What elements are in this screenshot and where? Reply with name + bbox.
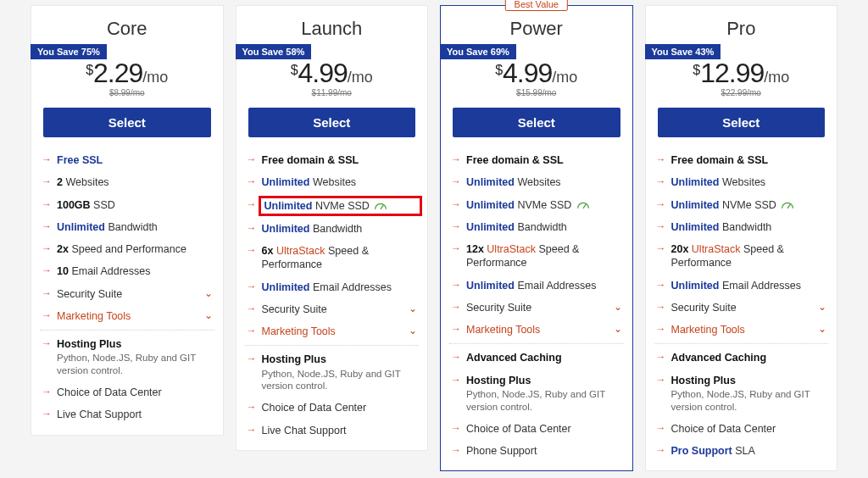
feature-free-domain-ssl: →Free domain & SSL: [451, 149, 626, 171]
svg-line-0: [381, 205, 383, 209]
plan-title: Pro: [646, 6, 837, 43]
arrow-icon: →: [451, 374, 461, 387]
arrow-icon: →: [451, 153, 461, 167]
plan-pro: Pro You Save 43% $12.99/mo $22.99/mo Sel…: [645, 5, 838, 471]
arrow-icon: →: [451, 323, 461, 336]
arrow-icon: →: [451, 220, 461, 234]
feature-datacenter: →Choice of Data Center: [42, 381, 216, 403]
chevron-down-icon: ⌄: [614, 323, 626, 336]
chevron-down-icon: ⌄: [409, 325, 420, 338]
feature-speed: →12x UltraStack Speed & Performance: [451, 238, 626, 275]
arrow-icon: →: [656, 374, 666, 387]
feature-ssd: →100GB SSD: [42, 194, 216, 216]
old-price: $11.99/mo: [236, 88, 428, 97]
price: $12.99/mo: [646, 58, 837, 89]
feature-marketing[interactable]: →Marketing Tools⌄: [42, 305, 216, 327]
plan-title: Launch: [236, 6, 428, 43]
svg-line-1: [583, 204, 586, 208]
arrow-icon: →: [247, 353, 257, 366]
arrow-icon: →: [656, 279, 666, 292]
feature-pro-support: →Pro Support SLA: [656, 440, 831, 462]
price: $4.99/mo: [236, 58, 428, 89]
arrow-icon: →: [656, 323, 666, 336]
feature-speed: →6x UltraStack Speed & Performance: [247, 240, 421, 276]
arrow-icon: →: [656, 301, 666, 314]
old-price: $22.99/mo: [646, 88, 837, 97]
arrow-icon: →: [247, 244, 257, 258]
feature-email: →Unlimited Email Addresses: [656, 275, 831, 297]
feature-security[interactable]: →Security Suite⌄: [451, 297, 626, 319]
feature-websites: →Unlimited Websites: [247, 171, 421, 193]
plan-title: Power: [441, 6, 632, 43]
feature-marketing[interactable]: →Marketing Tools⌄: [247, 320, 421, 342]
arrow-icon: →: [451, 351, 461, 364]
feature-websites: →2 Websites: [42, 171, 216, 193]
chevron-down-icon: ⌄: [614, 301, 626, 314]
feature-datacenter: →Choice of Data Center: [451, 418, 626, 440]
feature-phone: →Phone Support: [451, 440, 626, 462]
feature-websites: →Unlimited Websites: [656, 171, 831, 193]
feature-free-ssl: →Free SSL: [42, 149, 216, 171]
arrow-icon: →: [42, 337, 52, 351]
arrow-icon: →: [42, 198, 52, 212]
feature-free-domain-ssl: →Free domain & SSL: [656, 149, 831, 171]
arrow-icon: →: [656, 422, 666, 436]
divider: [449, 343, 624, 344]
arrow-icon: →: [247, 325, 257, 338]
feature-advanced-caching: →Advanced Caching: [451, 347, 626, 369]
feature-security[interactable]: →Security Suite⌄: [247, 298, 421, 320]
divider: [40, 330, 214, 331]
arrow-icon: →: [42, 220, 52, 234]
arrow-icon: →: [451, 242, 461, 256]
feature-speed: →20x UltraStack Speed & Performance: [656, 238, 831, 275]
feature-hosting-plus: →Hosting PlusPython, Node.JS, Ruby and G…: [247, 348, 421, 397]
divider: [654, 343, 829, 344]
arrow-icon: →: [42, 153, 52, 167]
feature-security[interactable]: →Security Suite⌄: [42, 283, 216, 305]
arrow-icon: →: [247, 198, 257, 212]
feature-email: →Unlimited Email Addresses: [247, 276, 421, 298]
arrow-icon: →: [42, 175, 52, 189]
feature-nvme-ssd: →Unlimited NVMe SSD: [656, 194, 831, 216]
arrow-icon: →: [247, 424, 257, 437]
arrow-icon: →: [451, 198, 461, 212]
arrow-icon: →: [451, 279, 461, 292]
divider: [245, 345, 420, 346]
arrow-icon: →: [247, 153, 257, 167]
arrow-icon: →: [247, 401, 257, 414]
select-button[interactable]: Select: [658, 108, 826, 137]
arrow-icon: →: [42, 287, 52, 301]
select-button[interactable]: Select: [43, 108, 211, 137]
arrow-icon: →: [656, 175, 666, 189]
speed-icon: [374, 202, 387, 210]
feature-chat: →Live Chat Support: [247, 420, 421, 442]
speed-icon: [781, 201, 794, 209]
feature-bandwidth: →Unlimited Bandwidth: [656, 216, 831, 238]
arrow-icon: →: [42, 386, 52, 399]
feature-hosting-plus: →Hosting PlusPython, Node.JS, Ruby and G…: [42, 333, 216, 381]
old-price: $15.99/mo: [441, 88, 632, 97]
feature-nvme-ssd: → Unlimited NVMe SSD: [247, 194, 421, 218]
arrow-icon: →: [656, 242, 666, 256]
feature-security[interactable]: →Security Suite⌄: [656, 297, 831, 319]
select-button[interactable]: Select: [453, 108, 620, 137]
highlighted-feature: Unlimited NVMe SSD: [259, 196, 423, 216]
arrow-icon: →: [42, 242, 52, 256]
select-button[interactable]: Select: [248, 108, 416, 137]
feature-chat: →Live Chat Support: [42, 403, 216, 425]
chevron-down-icon: ⌄: [204, 287, 216, 301]
arrow-icon: →: [42, 408, 52, 421]
feature-advanced-caching: →Advanced Caching: [656, 347, 831, 369]
arrow-icon: →: [42, 309, 52, 323]
arrow-icon: →: [656, 198, 666, 212]
feature-marketing[interactable]: →Marketing Tools⌄: [451, 319, 626, 341]
feature-email: →Unlimited Email Addresses: [451, 275, 626, 297]
arrow-icon: →: [451, 301, 461, 314]
feature-websites: →Unlimited Websites: [451, 171, 626, 193]
arrow-icon: →: [247, 175, 257, 189]
price: $4.99/mo: [441, 58, 632, 89]
feature-marketing[interactable]: →Marketing Tools⌄: [656, 319, 831, 341]
svg-line-2: [787, 204, 790, 208]
feature-speed: →2x Speed and Performance: [42, 238, 216, 260]
arrow-icon: →: [451, 444, 461, 458]
